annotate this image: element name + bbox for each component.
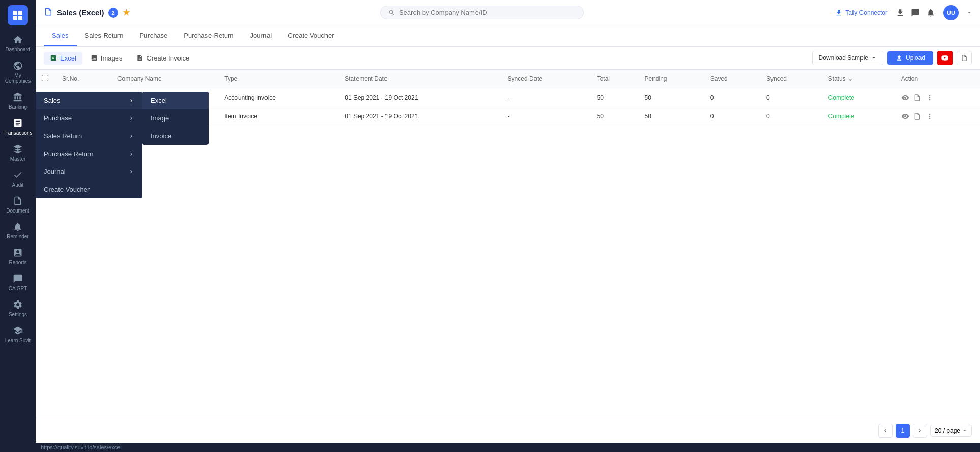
cell-synced-val: 0 <box>760 88 822 107</box>
col-pending: Pending <box>638 70 704 88</box>
cell-status: Complete <box>822 88 895 107</box>
page-icon <box>44 7 53 18</box>
document-button[interactable] <box>957 51 972 65</box>
image-icon <box>91 54 98 62</box>
header-checkbox[interactable] <box>36 70 56 88</box>
tab-purchase-return[interactable]: Purchase-Return <box>175 25 242 46</box>
chevron-down-icon <box>962 428 967 433</box>
cell-saved: 0 <box>704 88 760 107</box>
sidebar-item-ca-gpt[interactable]: CA GPT <box>0 269 36 295</box>
cell-saved: 0 <box>704 107 760 126</box>
main-tabs: Sales Sales-Return Purchase Purchase-Ret… <box>36 25 980 47</box>
chevron-right-icon <box>128 115 134 122</box>
tab-journal[interactable]: Journal <box>242 25 280 46</box>
cell-synced-val: 0 <box>760 107 822 126</box>
submenu-item-create-voucher[interactable]: Create Voucher <box>36 180 142 198</box>
notification-icon[interactable] <box>926 8 935 17</box>
submenu-item-sales[interactable]: Sales <box>36 92 142 109</box>
select-all-checkbox[interactable] <box>42 75 48 81</box>
sidebar-item-master[interactable]: Master <box>0 140 36 166</box>
main-area: Sales (Excel) 2 ★ Tally Connector UU <box>36 0 980 452</box>
sidebar-item-transactions[interactable]: Transactions <box>0 114 36 140</box>
col-total: Total <box>591 70 639 88</box>
filter-icon[interactable] <box>847 76 853 82</box>
sidebar-item-banking[interactable]: Banking <box>0 88 36 114</box>
cell-pending: 50 <box>638 88 704 107</box>
more-options-icon[interactable] <box>926 112 934 120</box>
sidebar-item-learn-suvit[interactable]: Learn Suvit <box>0 321 36 347</box>
submenu-item-journal[interactable]: Journal <box>36 163 142 180</box>
sub-tab-create-invoice[interactable]: Create Invoice <box>130 52 195 65</box>
search-input[interactable] <box>399 9 576 16</box>
tab-sales-return[interactable]: Sales-Return <box>77 25 132 46</box>
chevron-down-icon <box>871 55 877 61</box>
chevron-left-icon <box>882 428 888 434</box>
cell-synced-date: - <box>501 107 591 126</box>
sidebar-item-settings[interactable]: Settings <box>0 295 36 321</box>
next-page-button[interactable] <box>913 424 927 438</box>
per-page-selector[interactable]: 20 / page <box>930 425 972 437</box>
sidebar-item-dashboard[interactable]: Dashboard <box>0 31 36 56</box>
col-sr: Sr.No. <box>56 70 111 88</box>
upload-icon[interactable] <box>896 8 905 17</box>
search-bar[interactable] <box>380 6 584 19</box>
chevron-down-icon <box>967 10 972 15</box>
submenu-item-sales-return[interactable]: Sales Return <box>36 127 142 145</box>
table-header-row: Sr.No. Company Name Type Statement Date … <box>36 70 980 88</box>
favorite-icon[interactable]: ★ <box>123 8 130 17</box>
chevron-right-icon <box>128 98 134 104</box>
sub-tab-excel[interactable]: Excel <box>44 52 82 65</box>
sub-toolbar-right: Download Sample Upload <box>812 51 972 65</box>
col-statement-date: Statement Date <box>339 70 501 88</box>
flyout-item-invoice[interactable]: Invoice <box>142 127 209 145</box>
file-icon[interactable] <box>913 112 922 120</box>
file-icon[interactable] <box>913 94 922 102</box>
sidebar-item-reminder[interactable]: Reminder <box>0 218 36 244</box>
page-1-button[interactable]: 1 <box>896 424 910 438</box>
tab-purchase[interactable]: Purchase <box>131 25 175 46</box>
flyout-item-image[interactable]: Image <box>142 109 209 127</box>
chat-icon[interactable] <box>911 8 920 17</box>
action-icons <box>901 112 974 120</box>
invoice-icon <box>136 54 143 62</box>
view-icon[interactable] <box>901 112 909 120</box>
cell-type: Accounting Invoice <box>218 88 339 107</box>
search-icon <box>388 9 395 16</box>
pagination: 1 20 / page <box>36 418 980 443</box>
download-sample-button[interactable]: Download Sample <box>812 51 883 65</box>
cell-synced-date: - <box>501 88 591 107</box>
prev-page-button[interactable] <box>878 424 893 438</box>
submenu-item-purchase-return[interactable]: Purchase Return <box>36 145 142 163</box>
chevron-right-icon <box>917 428 923 434</box>
tally-connector[interactable]: Tally Connector <box>835 9 887 17</box>
flyout-item-excel[interactable]: Excel <box>142 92 209 109</box>
tab-create-voucher[interactable]: Create Voucher <box>280 25 342 46</box>
topbar-right: Tally Connector UU <box>835 5 972 20</box>
sub-toolbar: Excel Images Create Invoice Download Sam… <box>36 47 980 70</box>
col-action: Action <box>895 70 980 88</box>
sub-tab-images[interactable]: Images <box>84 52 129 65</box>
sidebar-submenu-transactions: Sales Purchase Sales Return Purchase Ret… <box>36 92 142 198</box>
sidebar-item-document[interactable]: Document <box>0 192 36 218</box>
view-icon[interactable] <box>901 94 909 102</box>
sidebar-item-audit[interactable]: Audit <box>0 166 36 192</box>
url-bar: https://quality.suvit.io/sales/excel <box>36 443 980 452</box>
badge-count: 2 <box>108 8 118 18</box>
flyout-menu-sales: Excel Image Invoice <box>142 92 209 145</box>
chevron-right-icon <box>128 133 134 139</box>
cell-total: 50 <box>591 88 639 107</box>
youtube-icon <box>941 54 949 62</box>
sidebar-item-reports[interactable]: Reports <box>0 244 36 269</box>
cell-statement-date: 01 Sep 2021 - 19 Oct 2021 <box>339 88 501 107</box>
sidebar-item-my-companies[interactable]: My Companies <box>0 56 36 88</box>
tab-sales[interactable]: Sales <box>44 25 77 46</box>
upload-icon <box>896 54 903 62</box>
youtube-button[interactable] <box>937 51 953 65</box>
app-logo[interactable] <box>8 5 28 25</box>
avatar[interactable]: UU <box>943 5 959 20</box>
action-icons <box>901 94 974 102</box>
more-options-icon[interactable] <box>926 94 934 102</box>
upload-button[interactable]: Upload <box>887 51 933 65</box>
submenu-item-purchase[interactable]: Purchase <box>36 109 142 127</box>
topbar: Sales (Excel) 2 ★ Tally Connector UU <box>36 0 980 25</box>
